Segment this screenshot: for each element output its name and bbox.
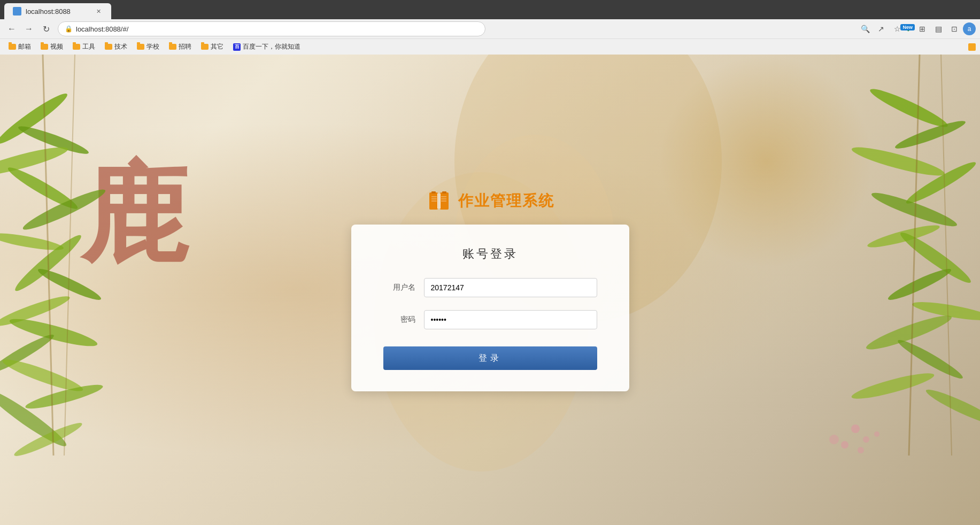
folder-icon [9,44,16,50]
browser-chrome: localhost:8088 ✕ ← → ↻ 🔒 localhost:8088/… [0,0,980,38]
page-content: 鹿 [0,55,980,525]
username-input[interactable] [424,278,597,297]
bookmark-baidu[interactable]: 百 百度一下，你就知道 [229,41,305,52]
password-input[interactable] [424,310,597,329]
media-button[interactable]: ▤ [931,21,946,36]
address-bar[interactable]: 🔒 localhost:8088/#/ [58,21,485,36]
folder-icon [73,44,80,50]
svg-rect-43 [431,191,436,194]
password-row: 密码 [383,310,597,329]
folder-icon [169,44,176,50]
bookmark-label: 技术 [114,42,127,51]
bookmark-video[interactable]: 视频 [36,41,67,52]
baidu-icon: 百 [233,43,241,51]
login-card-title: 账号登录 [383,246,597,262]
search-button[interactable]: 🔍 [858,21,873,36]
bookmark-school[interactable]: 学校 [133,41,164,52]
char-hair [659,55,873,268]
bookmark-label: 学校 [146,42,159,51]
folder-icon [137,44,144,50]
username-label: 用户名 [383,283,415,292]
refresh-button[interactable]: ↻ [38,21,53,36]
bookmark-label: 其它 [211,42,223,51]
toolbar-right: 🔍 ↗ ☆ ✓ New ⊞ ▤ ⊡ a [858,21,976,36]
extensions-button[interactable]: ⊞ [915,21,930,36]
toolbar: ← → ↻ 🔒 localhost:8088/#/ 🔍 ↗ ☆ ✓ New ⊞ … [0,19,980,38]
url-text: localhost:8088/#/ [76,25,128,33]
bookmark-label: 招聘 [179,42,191,51]
tab-favicon [13,7,21,16]
folder-icon [41,44,48,50]
tab-bar: localhost:8088 ✕ [0,0,980,19]
book-icon [426,188,452,214]
bookmark-label: 视频 [50,42,63,51]
folder-icon [201,44,209,50]
user-initial: a [968,25,971,33]
back-button[interactable]: ← [4,21,19,36]
bookmark-youxiang[interactable]: 邮箱 [4,41,35,52]
new-badge: New [900,24,915,30]
window-button[interactable]: ⊡ [947,21,962,36]
login-button[interactable]: 登录 [383,346,597,370]
app-title: 作业管理系统 [458,191,554,211]
lock-icon: 🔒 [65,25,73,33]
bookmark-tech[interactable]: 技术 [101,41,132,52]
bookmark-label: 工具 [82,42,95,51]
active-tab[interactable]: localhost:8088 ✕ [4,3,111,19]
bookmark-label: 百度一下，你就知道 [243,42,300,51]
share-button[interactable]: ↗ [874,21,889,36]
bookmark-tools[interactable]: 工具 [68,41,99,52]
tab-title: localhost:8088 [26,7,71,16]
bookmark-other[interactable]: 其它 [197,41,228,52]
bookmarks-end-icon [968,43,976,51]
username-row: 用户名 [383,278,597,297]
login-wrapper: 作业管理系统 账号登录 用户名 密码 登录 [351,188,629,391]
password-label: 密码 [383,315,415,325]
folder-icon [105,44,112,50]
bookmark-jobs[interactable]: 招聘 [165,41,196,52]
bg-character: 鹿 [80,161,187,268]
bookmarks-bar: 邮箱 视频 工具 技术 学校 招聘 其它 百 百度一下，你就知道 [0,38,980,55]
bookmark-label: 邮箱 [18,42,31,51]
app-logo-area: 作业管理系统 [426,188,554,214]
user-avatar[interactable]: a [963,22,976,35]
forward-button[interactable]: → [21,21,36,36]
tab-close-button[interactable]: ✕ [94,7,103,16]
login-card: 账号登录 用户名 密码 登录 [351,225,629,391]
svg-rect-44 [442,191,446,194]
